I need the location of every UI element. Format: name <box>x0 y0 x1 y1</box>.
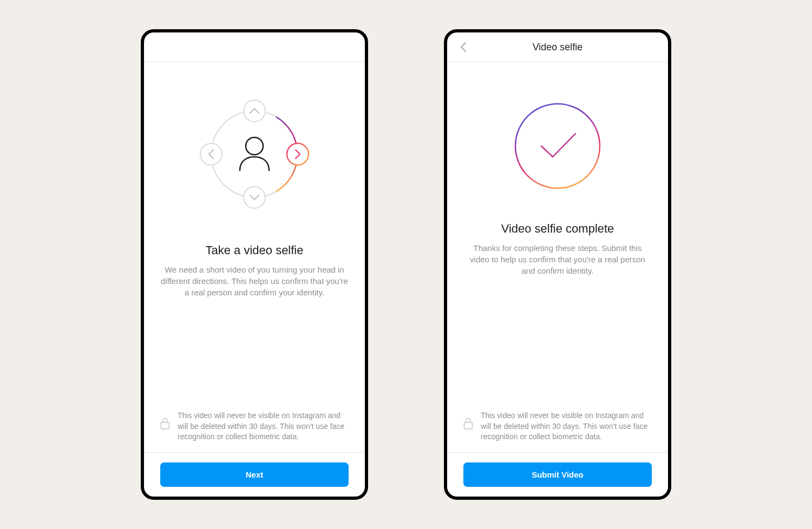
header-2: Video selfie <box>447 32 668 62</box>
header-title: Video selfie <box>533 42 583 53</box>
privacy-notice-1: This video will never be visible on Inst… <box>160 411 349 452</box>
privacy-notice-2: This video will never be visible on Inst… <box>463 411 652 452</box>
video-selfie-illustration <box>160 78 349 230</box>
main-title-1: Take a video selfie <box>206 243 304 257</box>
main-title-2: Video selfie complete <box>501 222 614 236</box>
svg-point-5 <box>246 137 263 155</box>
bottom-section-1: This video will never be visible on Inst… <box>160 411 349 497</box>
submit-video-button[interactable]: Submit Video <box>463 462 652 487</box>
back-button[interactable] <box>457 41 470 54</box>
phone-frame-2: Video selfie Video selfie complete Thank… <box>444 29 671 500</box>
divider-1 <box>144 452 365 453</box>
divider-2 <box>447 452 668 453</box>
privacy-text-1: This video will never be visible on Inst… <box>178 411 349 442</box>
svg-point-7 <box>515 104 600 188</box>
content-area-1: Take a video selfie We need a short vide… <box>144 62 365 497</box>
lock-icon <box>160 417 170 430</box>
lock-icon <box>463 417 473 430</box>
checkmark-illustration <box>463 84 652 208</box>
svg-rect-6 <box>161 422 169 429</box>
svg-point-1 <box>244 100 265 122</box>
main-subtitle-2: Thanks for completing these steps. Submi… <box>463 242 652 276</box>
content-area-2: Video selfie complete Thanks for complet… <box>447 62 668 497</box>
next-button[interactable]: Next <box>160 462 349 487</box>
phone-frame-1: Take a video selfie We need a short vide… <box>141 29 368 500</box>
svg-point-2 <box>244 187 265 208</box>
svg-rect-8 <box>464 422 473 429</box>
privacy-text-2: This video will never be visible on Inst… <box>481 411 652 442</box>
bottom-section-2: This video will never be visible on Inst… <box>463 411 652 497</box>
main-subtitle-1: We need a short video of you turning you… <box>160 264 349 298</box>
svg-point-3 <box>200 143 222 165</box>
header-empty <box>144 32 365 62</box>
svg-point-4 <box>287 143 309 165</box>
